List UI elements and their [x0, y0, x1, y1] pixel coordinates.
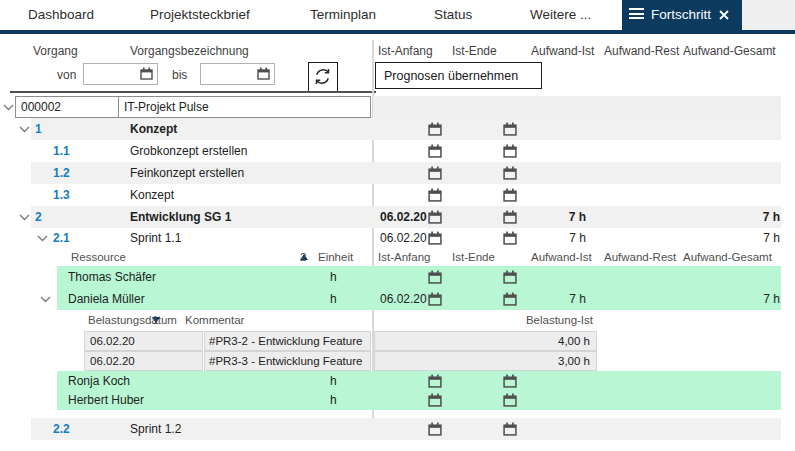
column-header-aufwand-rest[interactable]: Aufwand-Rest: [604, 44, 679, 58]
task-row-1-1[interactable]: 1.1 Grobkonzept erstellen: [0, 140, 795, 162]
task-label: Entwicklung SG 1: [130, 206, 231, 228]
booking-header-belastung-ist[interactable]: Belastung-Ist: [480, 310, 593, 331]
booking-datum-cell: 06.02.20: [84, 351, 203, 371]
resource-header-aufwand-rest[interactable]: Aufwand-Rest: [604, 248, 676, 266]
booking-kommentar-cell: #PR3-3 - Entwicklung Feature 2 -: [204, 351, 371, 371]
task-label: Sprint 1.2: [130, 418, 181, 440]
resource-row-ronja-koch[interactable]: Ronja Koch h: [0, 371, 795, 391]
column-header-ist-anfang[interactable]: Ist-Anfang: [378, 44, 433, 58]
project-name-cell[interactable]: IT-Projekt Pulse: [120, 97, 370, 117]
project-row[interactable]: 000002 IT-Projekt Pulse: [0, 96, 795, 118]
calendar-icon[interactable]: [428, 374, 442, 388]
calendar-icon[interactable]: [428, 292, 442, 306]
calendar-icon[interactable]: [428, 188, 442, 202]
calendar-icon[interactable]: [503, 393, 517, 407]
tab-bar: Dashboard Projektsteckbrief Terminplan S…: [0, 0, 795, 34]
calendar-icon[interactable]: [503, 374, 517, 388]
sort-order-badge[interactable]: 1: [152, 310, 160, 331]
tab-fortschritt-active[interactable]: Fortschritt: [622, 0, 742, 30]
column-header-vorgang[interactable]: Vorgang: [33, 44, 78, 58]
calendar-icon[interactable]: [503, 122, 517, 136]
resource-row-herbert-huber[interactable]: Herbert Huber h: [0, 391, 795, 410]
task-label: Konzept: [130, 118, 177, 140]
resource-header-ist-ende[interactable]: Ist-Ende: [452, 248, 495, 266]
row-stripe: [373, 96, 781, 118]
resource-row-thomas-schaefer[interactable]: Thomas Schäfer h: [0, 266, 795, 288]
column-header-aufwand-ist[interactable]: Aufwand-Ist: [531, 44, 594, 58]
calendar-icon[interactable]: [428, 166, 442, 180]
calendar-icon[interactable]: [428, 144, 442, 158]
project-id-cell[interactable]: 000002: [16, 97, 119, 117]
column-header-bezeichnung[interactable]: Vorgangsbezeichnung: [130, 44, 249, 58]
booking-belastung-cell: 3,00 h: [374, 351, 597, 371]
project-cell-box: 000002 IT-Projekt Pulse: [15, 96, 371, 118]
chevron-down-icon[interactable]: [19, 126, 30, 133]
tabbar-underline: [0, 30, 795, 34]
calendar-icon[interactable]: [257, 67, 270, 80]
tab-terminplan[interactable]: Terminplan: [310, 7, 376, 22]
task-number: 1.1: [53, 140, 70, 162]
resource-header-ressource[interactable]: Ressource: [71, 248, 126, 266]
task-number: 1: [35, 118, 42, 140]
task-row-2-2[interactable]: 2.2 Sprint 1.2: [0, 418, 795, 440]
bis-label: bis: [172, 68, 187, 82]
tab-weitere[interactable]: Weitere ...: [530, 7, 591, 22]
resource-name: Thomas Schäfer: [68, 266, 156, 288]
booking-header-datum[interactable]: Belastungsdatum: [88, 310, 177, 331]
refresh-button[interactable]: [308, 62, 338, 92]
booking-kommentar-cell: #PR3-2 - Entwicklung Feature 1 -: [204, 331, 371, 351]
row-highlight: [57, 371, 781, 391]
close-icon[interactable]: [718, 9, 730, 21]
chevron-down-icon[interactable]: [40, 296, 51, 303]
calendar-icon[interactable]: [503, 270, 517, 284]
hamburger-menu-icon[interactable]: [629, 8, 644, 21]
einheit-value: h: [330, 391, 337, 410]
chevron-down-icon[interactable]: [37, 235, 48, 242]
sort-order-number: 1: [152, 310, 158, 331]
calendar-icon[interactable]: [428, 270, 442, 284]
task-label: Sprint 1.1: [130, 228, 181, 248]
tab-status[interactable]: Status: [434, 7, 472, 22]
calendar-icon[interactable]: [428, 393, 442, 407]
task-row-2[interactable]: 2 Entwicklung SG 1 06.02.20 7 h 7 h: [0, 206, 795, 228]
ist-anfang-value: 06.02.20: [380, 206, 427, 228]
task-row-1[interactable]: 1 Konzept: [0, 118, 795, 140]
resource-row-daniela-mueller[interactable]: Daniela Müller h 06.02.20 7 h 7 h: [0, 288, 795, 310]
task-row-1-2[interactable]: 1.2 Feinkonzept erstellen: [0, 162, 795, 184]
sort-order-badge[interactable]: 2: [300, 248, 308, 266]
calendar-icon[interactable]: [428, 210, 442, 224]
task-number: 1.3: [53, 184, 70, 206]
column-header-ist-ende[interactable]: Ist-Ende: [452, 44, 497, 58]
booking-row[interactable]: 06.02.20 #PR3-3 - Entwicklung Feature 2 …: [0, 351, 795, 371]
prognosen-uebernehmen-button[interactable]: Prognosen übernehmen: [375, 62, 542, 89]
tabbar-filler: [742, 0, 795, 30]
calendar-icon[interactable]: [140, 67, 153, 80]
tab-projektsteckbrief[interactable]: Projektsteckbrief: [150, 7, 250, 22]
refresh-icon: [313, 67, 332, 86]
calendar-icon[interactable]: [428, 122, 442, 136]
calendar-icon[interactable]: [503, 144, 517, 158]
resource-name: Herbert Huber: [68, 391, 144, 410]
chevron-down-icon[interactable]: [19, 214, 30, 221]
task-label: Konzept: [130, 184, 174, 206]
einheit-value: h: [330, 266, 337, 288]
calendar-icon[interactable]: [503, 188, 517, 202]
resource-header-aufwand-gesamt[interactable]: Aufwand-Gesamt: [683, 248, 772, 266]
calendar-icon[interactable]: [428, 231, 442, 245]
task-row-2-1[interactable]: 2.1 Sprint 1.1 06.02.20 7 h 7 h: [0, 228, 795, 248]
resource-header-ist-anfang[interactable]: Ist-Anfang: [378, 248, 430, 266]
calendar-icon[interactable]: [503, 422, 517, 436]
tab-dashboard[interactable]: Dashboard: [28, 7, 94, 22]
booking-datum-cell: 06.02.20: [84, 331, 203, 351]
active-tab-label: Fortschritt: [651, 7, 711, 22]
resource-header-einheit[interactable]: Einheit: [318, 248, 353, 266]
booking-header-kommentar[interactable]: Kommentar: [185, 310, 244, 331]
chevron-down-icon[interactable]: [3, 104, 14, 111]
calendar-icon[interactable]: [428, 422, 442, 436]
booking-row[interactable]: 06.02.20 #PR3-2 - Entwicklung Feature 1 …: [0, 331, 795, 351]
calendar-icon[interactable]: [503, 166, 517, 180]
task-row-1-3[interactable]: 1.3 Konzept: [0, 184, 795, 206]
resource-header-aufwand-ist[interactable]: Aufwand-Ist: [531, 248, 592, 266]
column-header-aufwand-gesamt[interactable]: Aufwand-Gesamt: [683, 44, 776, 58]
von-label: von: [57, 68, 76, 82]
